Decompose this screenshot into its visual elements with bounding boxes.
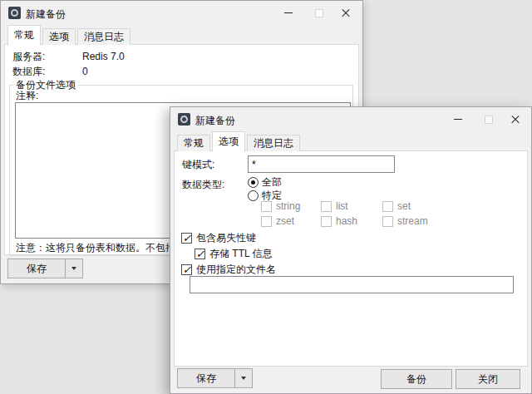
include-volatile-checkbox[interactable]: 包含易失性键 [181, 231, 256, 245]
tab-options[interactable]: 选项 [212, 131, 245, 152]
use-filename-checkbox[interactable]: 使用指定的文件名 [181, 263, 276, 277]
tab-bar: 常规 选项 消息日志 [177, 133, 302, 151]
app-icon [178, 113, 190, 126]
tab-label: 消息日志 [84, 31, 124, 42]
window-title: 新建备份 [26, 7, 66, 22]
type-checkbox-set: set [382, 200, 411, 212]
close-icon [510, 115, 520, 125]
key-pattern-input[interactable] [248, 155, 395, 173]
minimize-button[interactable] [445, 108, 471, 131]
tab-options[interactable]: 选项 [42, 28, 76, 45]
radio-all[interactable]: 全部 [248, 175, 282, 190]
server-label: 服务器: [12, 51, 45, 62]
checkbox-icon [181, 233, 192, 244]
checkbox-icon [261, 201, 272, 212]
tab-label: 选项 [219, 135, 239, 147]
close-button[interactable] [332, 2, 359, 24]
minimize-icon [284, 12, 293, 13]
minimize-button[interactable] [275, 2, 302, 24]
new-backup-dialog-front: 新建备份 常规 选项 消息日志 键模式: 数据类型: 全部 特定 string … [170, 106, 532, 394]
checkbox-label: set [397, 200, 411, 212]
save-dropdown-button[interactable] [234, 368, 253, 388]
checkbox-label: 使用指定的文件名 [196, 263, 276, 277]
close-dialog-button[interactable]: 关闭 [456, 369, 520, 389]
filename-input[interactable] [190, 276, 514, 293]
chevron-down-icon [241, 377, 246, 380]
checkbox-icon [382, 216, 393, 227]
type-checkbox-string: string [261, 200, 300, 212]
tab-general[interactable]: 常规 [177, 135, 210, 151]
database-label: 数据库: [12, 66, 45, 77]
checkbox-label: hash [336, 215, 357, 227]
checkbox-icon [195, 249, 205, 259]
tab-page-options: 键模式: 数据类型: 全部 特定 string list set zset ha… [174, 150, 528, 367]
server-value: Redis 7.0 [82, 51, 125, 62]
checkbox-icon [321, 201, 332, 212]
type-checkbox-stream: stream [382, 215, 428, 227]
maximize-icon [315, 9, 323, 17]
tab-label: 选项 [49, 31, 69, 42]
checkbox-icon [261, 216, 272, 227]
store-ttl-checkbox[interactable]: 存储 TTL 信息 [195, 247, 273, 261]
database-value: 0 [82, 66, 88, 77]
window-title: 新建备份 [195, 114, 235, 128]
radio-icon [248, 190, 259, 201]
tab-label: 消息日志 [254, 137, 293, 149]
checkbox-label: zset [276, 215, 294, 227]
type-checkbox-zset: zset [261, 215, 294, 227]
close-icon [341, 8, 351, 18]
checkbox-icon [321, 216, 332, 227]
maximize-button [306, 2, 332, 24]
key-pattern-label: 键模式: [182, 159, 214, 170]
tab-label: 常规 [184, 137, 204, 149]
tab-label: 常规 [14, 29, 34, 41]
app-icon [8, 7, 21, 19]
close-button[interactable] [502, 108, 529, 131]
checkbox-label: string [276, 200, 300, 212]
checkbox-label: list [336, 200, 348, 212]
checkbox-label: 存储 TTL 信息 [209, 247, 273, 261]
comment-label: 注释: [16, 90, 38, 101]
save-button[interactable]: 保存 [7, 259, 66, 278]
tab-message-log[interactable]: 消息日志 [247, 135, 300, 151]
maximize-button [475, 108, 502, 131]
minimize-icon [454, 119, 462, 120]
bottom-bar: 保存 备份 关闭 [170, 365, 531, 393]
checkbox-icon [382, 201, 393, 212]
radio-icon [248, 177, 259, 188]
titlebar[interactable]: 新建备份 [170, 107, 531, 131]
data-type-label: 数据类型: [182, 179, 224, 190]
radio-label: 全部 [262, 175, 282, 190]
type-checkbox-hash: hash [321, 215, 357, 227]
titlebar[interactable]: 新建备份 [1, 1, 362, 25]
tab-general[interactable]: 常规 [7, 25, 41, 46]
save-button[interactable]: 保存 [177, 368, 235, 388]
tab-bar: 常规 选项 消息日志 [7, 27, 132, 45]
checkbox-label: stream [397, 215, 428, 227]
tab-message-log[interactable]: 消息日志 [77, 28, 131, 45]
type-checkbox-list: list [321, 200, 348, 212]
maximize-icon [485, 116, 493, 124]
chevron-down-icon [71, 267, 76, 270]
checkbox-label: 包含易失性键 [196, 231, 256, 245]
backup-button[interactable]: 备份 [381, 369, 452, 389]
save-dropdown-button[interactable] [65, 259, 83, 278]
checkbox-icon [181, 264, 192, 275]
